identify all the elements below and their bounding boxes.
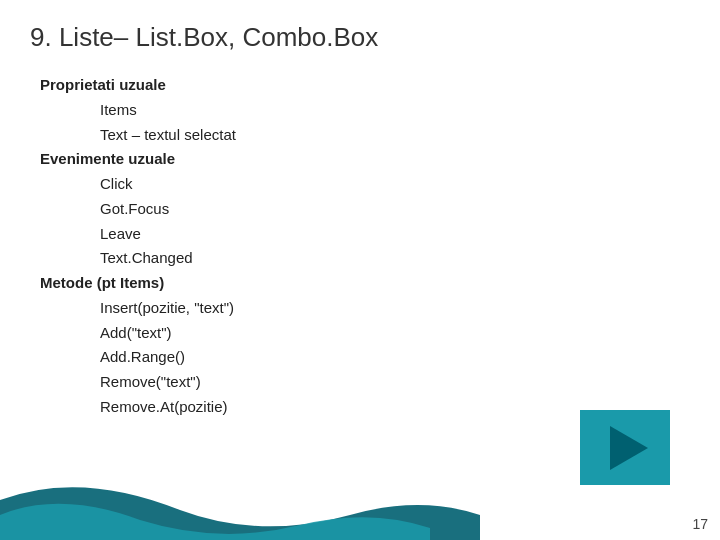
section3-item-1: Add("text") [40,321,690,346]
play-triangle-icon [610,426,648,470]
section2-label: Evenimente uzuale [40,147,690,172]
slide: 9. Liste– List.Box, Combo.Box Proprietat… [0,0,720,540]
content-area: Proprietati uzuale Items Text – textul s… [0,63,720,430]
section3-item-0: Insert(pozitie, "text") [40,296,690,321]
section2-item-1: Got.Focus [40,197,690,222]
slide-title: 9. Liste– List.Box, Combo.Box [30,22,690,53]
page-number: 17 [692,516,708,532]
section2-item-3: Text.Changed [40,246,690,271]
section3-item-2: Add.Range() [40,345,690,370]
play-button[interactable] [580,410,670,485]
section2-item-0: Click [40,172,690,197]
section1-item-1: Text – textul selectat [40,123,690,148]
section1-item-0: Items [40,98,690,123]
section3-label: Metode (pt Items) [40,271,690,296]
section3-item-3: Remove("text") [40,370,690,395]
section2-item-2: Leave [40,222,690,247]
title-bar: 9. Liste– List.Box, Combo.Box [0,0,720,63]
section1-label: Proprietati uzuale [40,73,690,98]
